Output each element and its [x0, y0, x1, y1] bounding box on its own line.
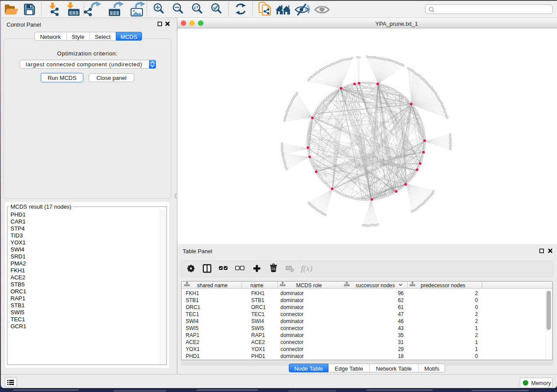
svg-text:f(x): f(x) — [301, 264, 312, 273]
